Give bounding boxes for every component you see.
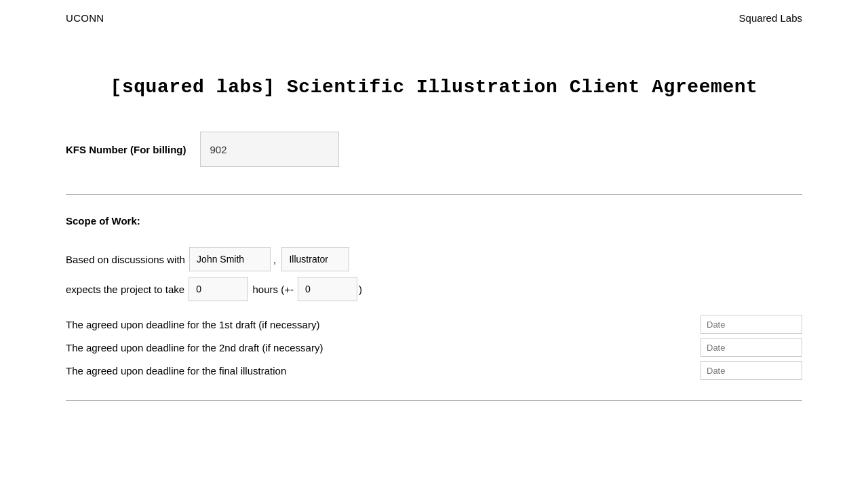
kfs-section: KFS Number (For billing) [66,132,802,167]
deadline-row-3: The agreed upon deadline for the final i… [66,361,802,380]
illustrator-input[interactable] [281,247,349,271]
deadline-date-2-input[interactable] [701,338,802,357]
deadline-row-1: The agreed upon deadline for the 1st dra… [66,315,802,334]
main-content: [squared labs] Scientific Illustration C… [0,36,868,428]
kfs-label: KFS Number (For billing) [66,144,186,155]
client-name-input[interactable] [189,247,271,271]
discussions-row: Based on discussions with , [66,247,802,271]
scope-heading: Scope of Work: [66,215,802,227]
hours-row: expects the project to take hours (+- ) [66,277,802,301]
deadline-section: The agreed upon deadline for the 1st dra… [66,315,802,380]
bottom-divider [66,400,802,401]
deadline-text-2: The agreed upon deadline for the 2nd dra… [66,342,323,353]
nav-bar: UCONN Squared Labs [0,0,868,36]
kfs-number-input[interactable] [200,132,339,167]
separator: , [273,254,276,265]
page-title: [squared labs] Scientific Illustration C… [66,77,802,98]
hours-suffix: ) [359,284,362,295]
scope-divider [66,194,802,195]
hours-value-input[interactable] [189,277,248,301]
deadline-date-3-input[interactable] [701,361,802,380]
deadline-text-1: The agreed upon deadline for the 1st dra… [66,319,319,330]
nav-brand: UCONN [66,12,104,24]
deadline-date-1-input[interactable] [701,315,802,334]
nav-right: Squared Labs [739,12,802,24]
deadline-row-2: The agreed upon deadline for the 2nd dra… [66,338,802,357]
hours-prefix: expects the project to take [66,284,184,295]
hours-middle: hours (+- [252,284,293,295]
discussions-prefix: Based on discussions with [66,254,185,265]
deadline-text-3: The agreed upon deadline for the final i… [66,365,286,377]
hours-range-input[interactable] [298,277,357,301]
